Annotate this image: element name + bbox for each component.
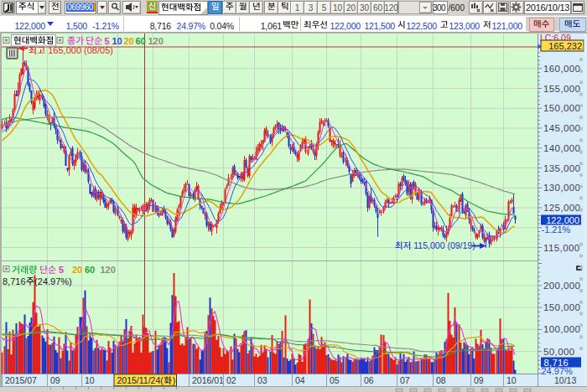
svg-text:165,232: 165,232 — [548, 41, 582, 51]
svg-text:24.97%: 24.97% — [542, 366, 574, 376]
svg-text:04: 04 — [295, 375, 305, 385]
svg-text:20: 20 — [124, 36, 134, 46]
svg-text:2015/07: 2015/07 — [5, 375, 37, 385]
svg-text:145,000: 145,000 — [543, 123, 580, 133]
svg-text:5: 5 — [105, 36, 110, 46]
svg-text:09: 09 — [50, 375, 60, 385]
svg-text:60: 60 — [136, 36, 146, 46]
svg-text:150,000: 150,000 — [543, 302, 580, 312]
svg-text:05: 05 — [330, 375, 340, 385]
svg-text:08: 08 — [436, 375, 446, 385]
svg-text:165,000 (08/05): 165,000 (08/05) — [48, 45, 113, 55]
svg-text:115,000: 115,000 — [543, 243, 580, 253]
svg-text:130,000: 130,000 — [543, 183, 580, 193]
svg-text:09: 09 — [474, 375, 484, 385]
svg-text:10/13: 10/13 — [554, 375, 576, 385]
svg-text:(24.97%): (24.97%) — [34, 276, 72, 286]
svg-text:10: 10 — [506, 375, 517, 385]
svg-text:10: 10 — [112, 36, 122, 46]
svg-text:50,000: 50,000 — [543, 347, 575, 357]
svg-text:8,716: 8,716 — [3, 276, 26, 286]
svg-text:02: 02 — [226, 375, 236, 385]
svg-text:100,000: 100,000 — [543, 324, 580, 334]
svg-text:03: 03 — [257, 375, 268, 385]
svg-text:10: 10 — [85, 375, 95, 385]
svg-text:115,000 (09/19): 115,000 (09/19) — [413, 240, 475, 250]
svg-text:160,000: 160,000 — [543, 64, 580, 74]
svg-text:): ) — [173, 375, 176, 385]
svg-text:155,000: 155,000 — [543, 84, 580, 94]
svg-text:2016/01: 2016/01 — [192, 375, 224, 385]
svg-text:125,000: 125,000 — [543, 203, 580, 213]
svg-text:2015/11/24(: 2015/11/24( — [117, 375, 164, 385]
svg-text:150,000: 150,000 — [543, 103, 580, 113]
svg-text:140,000: 140,000 — [543, 143, 580, 153]
svg-text:-1.21%: -1.21% — [542, 224, 571, 235]
svg-text:60: 60 — [85, 265, 95, 275]
svg-text:120: 120 — [101, 265, 116, 275]
svg-text:200,000: 200,000 — [543, 281, 580, 291]
svg-text:06: 06 — [364, 375, 374, 385]
svg-text:07: 07 — [400, 375, 410, 385]
svg-text:20: 20 — [72, 265, 82, 275]
svg-text:5: 5 — [59, 265, 64, 275]
svg-text:120: 120 — [148, 36, 164, 46]
svg-text:135,000: 135,000 — [543, 163, 580, 173]
